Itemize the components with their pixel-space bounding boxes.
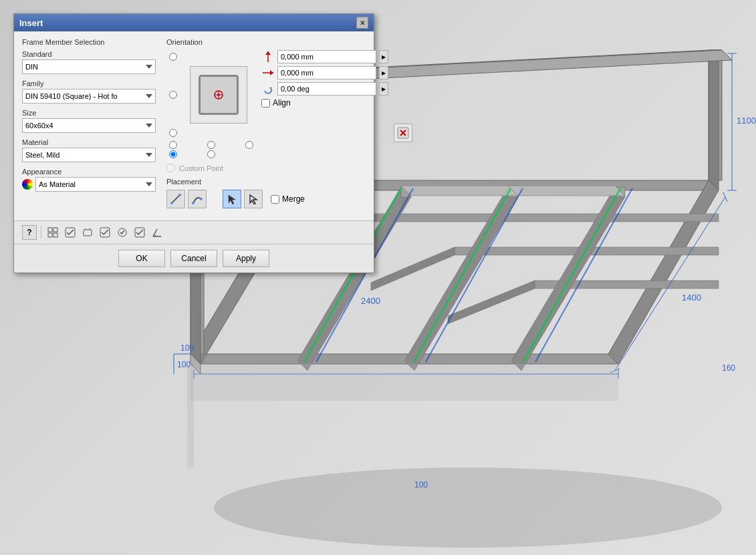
family-field: Family DIN 59410 (Square) - Hot fo bbox=[22, 79, 156, 104]
draw-curve-tool-button[interactable] bbox=[188, 190, 207, 208]
svg-text:160: 160 bbox=[722, 363, 735, 373]
svg-marker-26 bbox=[709, 50, 719, 190]
rotation-input[interactable] bbox=[277, 82, 376, 96]
ori-radio-mr[interactable] bbox=[207, 141, 215, 149]
vertical-arrow-icon bbox=[261, 50, 275, 63]
svg-marker-7 bbox=[374, 214, 719, 222]
standard-dropdown[interactable]: DIN bbox=[22, 59, 156, 74]
align-checkbox-row: Align bbox=[261, 98, 388, 108]
material-label: Material bbox=[22, 138, 156, 146]
svg-text:1100: 1100 bbox=[737, 116, 756, 126]
merge-checkbox-row: Merge bbox=[271, 194, 305, 204]
horizontal-arrow-icon bbox=[261, 66, 275, 79]
size-label: Size bbox=[22, 109, 156, 117]
align-label: Align bbox=[273, 98, 291, 108]
placement-section-title: Placement bbox=[166, 178, 412, 186]
svg-rect-76 bbox=[53, 228, 57, 232]
left-panel: Frame Member Selection Standard DIN Fami… bbox=[22, 38, 156, 214]
ori-radio-bc[interactable] bbox=[169, 150, 177, 158]
bottom-toolbar: ? bbox=[14, 220, 374, 244]
toolbar-icon-object[interactable] bbox=[80, 225, 95, 240]
insert-dialog: Insert ✕ Frame Member Selection Standard… bbox=[13, 13, 374, 273]
merge-checkbox[interactable] bbox=[271, 195, 279, 204]
appearance-field: Appearance As Material bbox=[22, 168, 156, 192]
toolbar-icon-circle-check[interactable] bbox=[115, 225, 130, 240]
svg-marker-10 bbox=[371, 247, 455, 291]
ok-button[interactable]: OK bbox=[118, 250, 165, 267]
ori-radio-tl[interactable] bbox=[169, 53, 177, 61]
svg-point-69 bbox=[170, 202, 173, 204]
close-icon: ✕ bbox=[360, 19, 365, 27]
toolbar-icon-check3[interactable] bbox=[132, 225, 147, 240]
toolbar-icon-check2[interactable] bbox=[98, 225, 112, 240]
size-dropdown[interactable]: 60x60x4 bbox=[22, 118, 156, 133]
svg-point-70 bbox=[178, 194, 181, 196]
toolbar-icon-check1[interactable] bbox=[63, 225, 78, 240]
crosssection-center-mark bbox=[213, 89, 224, 100]
horizontal-offset-input[interactable] bbox=[277, 66, 376, 79]
svg-marker-73 bbox=[229, 195, 235, 204]
orientation-radio-grid bbox=[166, 50, 256, 158]
rotation-arrow[interactable]: ▶ bbox=[379, 82, 388, 96]
ori-radio-ml[interactable] bbox=[169, 141, 177, 149]
warning-button-area bbox=[394, 124, 412, 142]
standard-label: Standard bbox=[22, 50, 156, 58]
svg-text:100: 100 bbox=[414, 480, 428, 490]
dialog-body: Frame Member Selection Standard DIN Fami… bbox=[14, 31, 374, 220]
dialog-close-button[interactable]: ✕ bbox=[356, 17, 368, 29]
placement-buttons: Merge bbox=[166, 190, 412, 208]
orientation-section-title: Orientation bbox=[166, 38, 412, 46]
svg-point-0 bbox=[214, 468, 722, 548]
family-dropdown[interactable]: DIN 59410 (Square) - Hot fo bbox=[22, 89, 156, 104]
ori-radio-bl[interactable] bbox=[245, 141, 253, 149]
warning-button[interactable] bbox=[394, 124, 412, 142]
vertical-offset-arrow[interactable]: ▶ bbox=[379, 50, 388, 63]
svg-marker-19 bbox=[401, 186, 518, 196]
orientation-layout: ▶ ▶ bbox=[166, 50, 412, 158]
rotation-row: ▶ bbox=[261, 82, 388, 96]
apply-button[interactable]: Apply bbox=[223, 250, 269, 267]
svg-text:100: 100 bbox=[180, 343, 194, 353]
right-panel: Orientation bbox=[166, 38, 412, 214]
toolbar-icon-angle[interactable] bbox=[150, 225, 164, 240]
material-dropdown[interactable]: Steel, Mild bbox=[22, 148, 156, 162]
merge-label: Merge bbox=[282, 194, 305, 204]
ori-radio-tr[interactable] bbox=[169, 129, 177, 137]
modify-tool-button[interactable] bbox=[244, 190, 263, 208]
material-field: Material Steel, Mild bbox=[22, 138, 156, 162]
svg-line-68 bbox=[172, 195, 180, 203]
svg-text:1400: 1400 bbox=[682, 293, 701, 303]
size-field: Size 60x60x4 bbox=[22, 109, 156, 133]
toolbar-icon-grid[interactable] bbox=[45, 225, 60, 240]
svg-marker-74 bbox=[250, 195, 257, 204]
crosssection-square bbox=[199, 75, 239, 115]
cancel-button[interactable]: Cancel bbox=[170, 250, 217, 267]
appearance-dropdown[interactable]: As Material bbox=[35, 177, 156, 192]
vertical-offset-input[interactable] bbox=[277, 50, 376, 63]
svg-text:2400: 2400 bbox=[361, 296, 380, 306]
align-checkbox[interactable] bbox=[261, 99, 270, 108]
ori-radio-br[interactable] bbox=[207, 150, 215, 158]
help-button[interactable]: ? bbox=[22, 225, 37, 240]
dialog-titlebar: Insert ✕ bbox=[14, 14, 374, 31]
svg-marker-64 bbox=[269, 87, 271, 89]
svg-point-71 bbox=[192, 202, 195, 204]
draw-line-tool-button[interactable] bbox=[166, 190, 185, 208]
svg-line-42 bbox=[723, 192, 727, 202]
ori-radio-tc[interactable] bbox=[169, 91, 177, 99]
dialog-title: Insert bbox=[19, 18, 43, 28]
frame-member-section-title: Frame Member Selection bbox=[22, 38, 156, 46]
placement-section: Placement bbox=[166, 178, 412, 208]
custom-point-label: Custom Point bbox=[179, 164, 223, 172]
rotation-icon bbox=[261, 82, 275, 96]
svg-marker-3 bbox=[191, 354, 618, 364]
toolbar-separator-1 bbox=[41, 226, 41, 238]
horizontal-offset-arrow[interactable]: ▶ bbox=[379, 66, 388, 79]
custom-point-radio[interactable] bbox=[166, 164, 175, 172]
vertical-offset-row: ▶ bbox=[261, 50, 388, 63]
select-tool-button[interactable] bbox=[223, 190, 241, 208]
dialog-content: Frame Member Selection Standard DIN Fami… bbox=[22, 38, 366, 214]
horizontal-offset-row: ▶ bbox=[261, 66, 388, 79]
svg-marker-6 bbox=[608, 180, 719, 364]
orientation-values: ▶ ▶ bbox=[261, 50, 388, 158]
